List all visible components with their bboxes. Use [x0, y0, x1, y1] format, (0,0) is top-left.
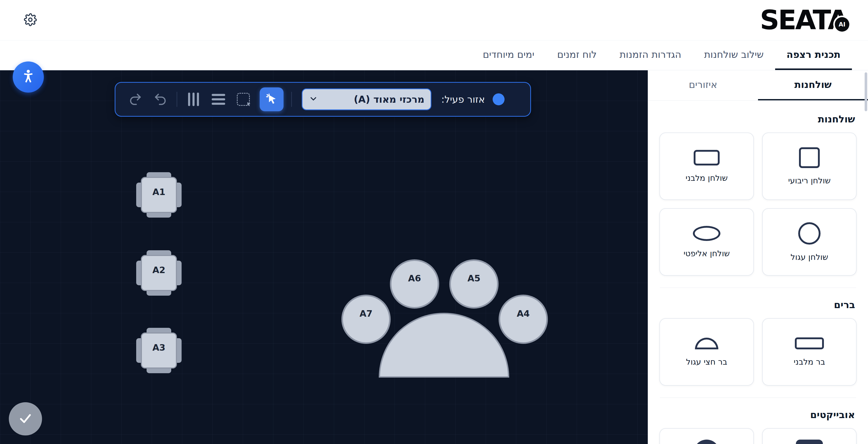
table-a2[interactable]: A2 — [141, 255, 177, 291]
tab-special-days[interactable]: ימים מיוחדים — [471, 40, 546, 70]
cursor-icon — [265, 92, 279, 107]
chevron-down-icon — [309, 94, 318, 104]
bars-card-grid: בר מלבני בר חצי עגול — [659, 318, 857, 386]
toolbar-divider — [291, 92, 292, 107]
rect-table-icon — [694, 150, 720, 165]
sidebar-scrollbar[interactable] — [865, 72, 867, 111]
columns-tool-button[interactable] — [185, 91, 202, 108]
card-object[interactable] — [659, 428, 754, 444]
list-icon — [212, 94, 225, 105]
section-divider — [660, 398, 856, 398]
table-a1[interactable]: A1 — [141, 177, 177, 213]
main-nav: תכנית רצפה שילוב שולחנות הגדרות הזמנות ל… — [0, 40, 868, 70]
half-round-bar-icon — [695, 338, 718, 349]
confirm-button[interactable] — [9, 402, 42, 436]
active-area-label: אזור פעיל: — [441, 94, 485, 105]
seat-a5[interactable]: A5 — [449, 259, 499, 309]
ellipse-table-icon — [693, 226, 720, 241]
columns-icon — [188, 93, 199, 106]
marquee-select-button[interactable] — [235, 91, 252, 108]
object-icon — [796, 440, 823, 444]
table-a3[interactable]: A3 — [141, 332, 177, 369]
table-label: A3 — [153, 342, 165, 353]
seat-label: A5 — [467, 273, 480, 283]
sidebar-tab-zones[interactable]: איזורים — [648, 70, 758, 100]
canvas-toolbar: מרכזי מאוד (A) אזור פעיל: — [115, 82, 531, 117]
undo-icon — [154, 92, 167, 106]
object-icon — [694, 440, 720, 444]
section-divider — [660, 288, 856, 288]
accessibility-button[interactable] — [13, 61, 44, 93]
floor-canvas[interactable]: מרכזי מאוד (A) אזור פעיל: A1 A2 A3 — [0, 70, 648, 444]
app: SEATA AI תכנית רצפה שילוב שולחנות הגדרות… — [0, 0, 868, 444]
gear-icon — [24, 13, 37, 27]
check-icon — [18, 411, 33, 427]
section-title-objects: אובייקטים — [661, 409, 855, 420]
seat-label: A6 — [408, 273, 421, 283]
app-logo: SEATA AI — [760, 8, 849, 32]
section-title-tables: שולחנות — [661, 114, 855, 125]
undo-button[interactable] — [152, 91, 169, 108]
logo-ai-badge: AI — [835, 17, 849, 32]
toolbar-divider — [177, 92, 177, 107]
card-square-table[interactable]: שולחן ריבועי — [762, 132, 857, 200]
settings-button[interactable] — [19, 8, 42, 32]
active-area-color-dot — [493, 93, 504, 105]
seat-a7[interactable]: A7 — [341, 295, 391, 344]
table-label: A1 — [153, 187, 165, 197]
rect-bar-icon — [795, 338, 824, 349]
marquee-select-icon — [237, 93, 250, 106]
card-rect-table[interactable]: שולחן מלבני — [659, 132, 754, 200]
area-select-value: מרכזי מאוד (A) — [322, 94, 425, 105]
card-half-round-bar[interactable]: בר חצי עגול — [659, 318, 754, 386]
tab-floor-plan[interactable]: תכנית רצפה — [775, 40, 852, 70]
select-tool-button[interactable] — [260, 87, 283, 111]
round-table-icon — [798, 222, 820, 245]
area-select-dropdown[interactable]: מרכזי מאוד (A) — [302, 89, 431, 110]
logo-text: SEATA — [760, 8, 847, 32]
seat-label: A7 — [360, 308, 373, 319]
objects-card-grid — [659, 428, 857, 444]
accessibility-icon — [20, 68, 37, 86]
card-object[interactable] — [762, 428, 857, 444]
redo-button[interactable] — [127, 91, 144, 108]
tables-card-grid: שולחן ריבועי שולחן מלבני שולחן עגול שולח… — [659, 132, 857, 276]
table-label: A2 — [153, 265, 165, 275]
seat-a6[interactable]: A6 — [390, 259, 439, 309]
square-table-icon — [799, 147, 820, 168]
card-ellipse-table[interactable]: שולחן אליפטי — [659, 208, 754, 276]
list-tool-button[interactable] — [210, 91, 227, 108]
half-round-bar-table[interactable] — [379, 313, 509, 378]
sidebar-tabs: שולחנות איזורים — [648, 70, 868, 101]
card-round-table[interactable]: שולחן עגול — [762, 208, 857, 276]
sidebar-tab-tables[interactable]: שולחנות — [758, 70, 868, 100]
seat-label: A4 — [517, 308, 530, 319]
tab-reservation-settings[interactable]: הגדרות הזמנות — [608, 40, 693, 70]
sidebar-content: שולחנות שולחן ריבועי שולחן מלבני שולחן ע… — [648, 101, 868, 444]
section-title-bars: ברים — [661, 299, 855, 311]
sidebar: שולחנות איזורים שולחנות שולחן ריבועי שול… — [648, 70, 868, 444]
card-rect-bar[interactable]: בר מלבני — [762, 318, 857, 386]
redo-icon — [129, 92, 142, 106]
tab-table-combination[interactable]: שילוב שולחנות — [693, 40, 775, 70]
seat-a4[interactable]: A4 — [499, 295, 548, 344]
header: SEATA AI — [0, 0, 868, 40]
tab-schedule[interactable]: לוח זמנים — [546, 40, 608, 70]
